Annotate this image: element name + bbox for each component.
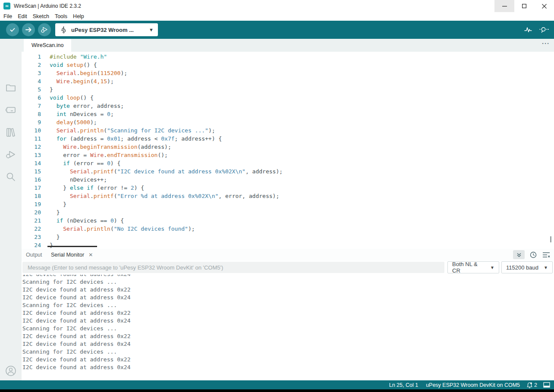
serial-output-line: Scanning for I2C devices ... — [22, 301, 554, 309]
line-number: 18 — [22, 192, 41, 200]
code-area: 1#include "Wire.h"2void setup() {3Serial… — [22, 53, 554, 249]
serial-output-line: Scanning for I2C devices ... — [22, 278, 554, 286]
serial-output-line: I2C device found at address 0x22 — [22, 286, 554, 294]
debug-sidebar-icon — [5, 150, 16, 159]
line-number: 10 — [22, 126, 41, 135]
screen-edge — [0, 389, 554, 392]
code-line: 15Serial.printf("I2C device found at add… — [22, 167, 554, 176]
timestamp-toggle-button[interactable] — [529, 250, 538, 259]
baud-rate-dropdown[interactable]: 115200 baud ▼ — [501, 261, 553, 273]
serial-output-line: I2C device found at address 0x24 — [22, 317, 554, 325]
serial-output-line: I2C device found at address 0x24 — [22, 294, 554, 301]
tab-wirescan-ino[interactable]: WireScan.ino — [24, 39, 71, 52]
active-tab-indicator — [47, 246, 97, 247]
title-bar: ∞ WireScan | Arduino IDE 2.3.2 — [0, 0, 554, 12]
chevron-down-icon: ▼ — [490, 265, 494, 270]
menu-tools[interactable]: Tools — [55, 13, 72, 19]
arduino-ide-window: ∞ WireScan | Arduino IDE 2.3.2 File Edit… — [0, 0, 554, 392]
maximize-icon — [522, 4, 526, 8]
cursor-position[interactable]: Ln 25, Col 1 — [389, 382, 418, 388]
close-button[interactable] — [534, 0, 554, 12]
search-icon — [6, 172, 16, 182]
maximize-button[interactable] — [514, 0, 534, 12]
notification-count: 2 — [534, 382, 537, 388]
debug-button[interactable] — [38, 23, 51, 36]
code-line: 4Wire.begin(4,15); — [22, 77, 554, 85]
sidebar-item-sketchbook[interactable] — [5, 82, 16, 93]
menu-edit[interactable]: Edit — [18, 13, 31, 19]
code-line: 23} — [22, 233, 554, 241]
collapse-panel-button[interactable] — [513, 250, 525, 259]
serial-monitor-button[interactable] — [538, 24, 550, 36]
notification-bell-icon — [527, 382, 532, 388]
verify-icon — [9, 27, 16, 33]
account-button[interactable] — [5, 365, 16, 376]
line-number: 1 — [22, 53, 41, 61]
line-number: 9 — [22, 118, 41, 126]
serial-output-line: I2C device found at address 0x22 — [22, 356, 554, 364]
clear-output-icon — [542, 252, 550, 258]
line-number: 3 — [22, 69, 41, 77]
board-selector-label: uPesy ESP32 Wroom ... — [71, 27, 149, 33]
editor-tab-bar: WireScan.ino ··· — [22, 39, 554, 52]
verify-button[interactable] — [6, 23, 19, 36]
collapse-panel-icon — [516, 252, 522, 257]
scrollbar-thumb[interactable] — [550, 236, 551, 242]
sidebar-item-search[interactable] — [5, 171, 16, 182]
code-line: 5} — [22, 85, 554, 94]
toggle-bottom-panel-icon — [543, 382, 550, 388]
menu-file[interactable]: File — [3, 13, 16, 19]
line-number: 5 — [22, 85, 41, 94]
code-line: 17} else if (error != 2) { — [22, 184, 554, 192]
serial-output-line: I2C device found at address 0x24 — [22, 364, 554, 371]
code-line: 1#include "Wire.h" — [22, 53, 554, 61]
tab-close-icon[interactable]: ✕ — [88, 252, 93, 258]
sidebar-item-debug[interactable] — [5, 149, 16, 160]
code-line: 7byte error, address; — [22, 102, 554, 110]
status-board-port[interactable]: uPesy ESP32 Wroom DevKit on COM5 — [426, 382, 520, 388]
sidebar-item-boards-manager[interactable] — [5, 104, 16, 116]
board-selector-dropdown[interactable]: uPesy ESP32 Wroom ... ▼ — [55, 23, 158, 36]
serial-message-row: Both NL & CR ▼ 115200 baud ▼ — [22, 261, 554, 275]
baud-rate-value: 115200 baud — [506, 264, 540, 271]
code-line: 9delay(5000); — [22, 118, 554, 126]
tab-output[interactable]: Output — [22, 249, 47, 261]
line-number: 4 — [22, 77, 41, 85]
status-bar: Ln 25, Col 1 uPesy ESP32 Wroom DevKit on… — [0, 380, 554, 389]
notifications-button[interactable]: 2 — [527, 382, 537, 388]
line-number: 15 — [22, 167, 41, 176]
serial-plotter-button[interactable] — [522, 24, 534, 36]
line-number: 14 — [22, 159, 41, 167]
line-number: 8 — [22, 110, 41, 118]
boards-manager-icon — [5, 105, 16, 115]
line-number: 12 — [22, 143, 41, 151]
line-ending-value: Both NL & CR — [452, 261, 487, 274]
code-line: 11for (address = 0x01; address < 0x7f; a… — [22, 135, 554, 143]
code-line: 6void loop() { — [22, 94, 554, 102]
code-editor[interactable]: 1#include "Wire.h"2void setup() {3Serial… — [22, 52, 554, 249]
code-line: 19} — [22, 200, 554, 208]
minimize-button[interactable] — [494, 0, 514, 12]
code-line: 10Serial.println("Scanning for I2C devic… — [22, 126, 554, 135]
toggle-bottom-panel-button[interactable] — [543, 382, 550, 388]
activity-sidebar — [0, 39, 22, 380]
upload-button[interactable] — [22, 23, 35, 36]
menu-sketch[interactable]: Sketch — [33, 13, 54, 19]
close-icon — [542, 4, 547, 9]
serial-output-line: I2C device found at address 0x24 — [22, 340, 554, 348]
code-line: 2void setup() { — [22, 61, 554, 69]
upload-icon — [25, 27, 32, 33]
serial-monitor-output: I2C device found at address 0x24Scanning… — [22, 275, 554, 380]
tab-overflow-menu[interactable]: ··· — [542, 40, 550, 47]
line-number: 20 — [22, 208, 41, 216]
sidebar-item-library-manager[interactable] — [5, 127, 16, 138]
line-number: 7 — [22, 102, 41, 110]
serial-output-line: I2C device found at address 0x24 — [22, 275, 554, 278]
clear-output-button[interactable] — [541, 250, 551, 259]
serial-message-input[interactable] — [22, 262, 444, 273]
minimize-icon — [502, 4, 507, 9]
line-ending-dropdown[interactable]: Both NL & CR ▼ — [447, 261, 499, 273]
menu-help[interactable]: Help — [73, 13, 88, 19]
tab-serial-monitor[interactable]: Serial Monitor ✕ — [47, 249, 96, 261]
line-number: 24 — [22, 241, 41, 249]
